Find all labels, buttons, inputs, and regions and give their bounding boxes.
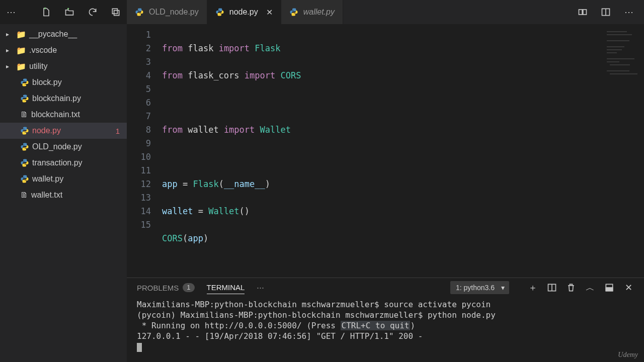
tab-terminal[interactable]: TERMINAL	[207, 283, 245, 294]
tab-wallet[interactable]: wallet.py	[281, 0, 343, 24]
chevron-up-icon[interactable]: ︿	[585, 282, 596, 293]
python-icon	[135, 8, 144, 17]
tab-label: OLD_node.py	[149, 8, 199, 17]
file-wallet-py[interactable]: wallet.py	[0, 171, 127, 187]
editor-tabs: OLD_node.py node.py ✕ wallet.py	[127, 0, 568, 24]
main-area: ▸ 📁 __pycache__ ▸ 📁 .vscode ▸ 📁 utility …	[0, 24, 644, 362]
new-terminal-icon[interactable]: ＋	[527, 282, 538, 293]
chevron-right-icon: ▸	[6, 47, 13, 54]
file-label: block.py	[32, 78, 62, 87]
text-file-icon: 🗎	[20, 110, 28, 119]
folder-utility[interactable]: ▸ 📁 utility	[0, 58, 127, 74]
file-blockchain-txt[interactable]: 🗎 blockchain.txt	[0, 107, 127, 123]
file-label: transaction.py	[32, 158, 83, 167]
tab-label: PROBLEMS	[137, 284, 179, 292]
more-panel-icon[interactable]: ⋯	[257, 283, 264, 292]
trash-icon[interactable]	[566, 282, 577, 293]
terminal-output[interactable]: Maximilians-MBP:python-blockchain mschwa…	[127, 297, 644, 362]
file-label: wallet.py	[32, 174, 63, 184]
file-label: __pycache__	[29, 30, 77, 39]
file-wallet-txt[interactable]: 🗎 wallet.txt	[0, 187, 127, 203]
tab-label: TERMINAL	[207, 283, 245, 292]
python-icon	[20, 158, 29, 167]
problems-count: 1	[183, 283, 194, 292]
split-editor-icon[interactable]	[599, 5, 613, 19]
file-label: wallet.txt	[31, 191, 62, 200]
compare-icon[interactable]	[576, 5, 590, 19]
python-icon	[20, 174, 29, 184]
file-old-node[interactable]: OLD_node.py	[0, 139, 127, 155]
refresh-icon[interactable]	[86, 5, 100, 19]
error-badge: 1	[116, 127, 120, 135]
more-icon[interactable]: ⋯	[4, 5, 18, 19]
file-label: .vscode	[29, 46, 57, 55]
file-node-py[interactable]: node.py 1	[0, 123, 127, 139]
code-content[interactable]: from flask import Flask from flask_cors …	[162, 24, 644, 278]
tab-problems[interactable]: PROBLEMS 1	[137, 283, 195, 292]
collapse-all-icon[interactable]	[109, 5, 123, 19]
tab-node[interactable]: node.py ✕	[207, 0, 281, 24]
python-icon	[289, 8, 298, 17]
code-editor[interactable]: 123456789101112131415 from flask import …	[127, 24, 644, 278]
tab-old-node[interactable]: OLD_node.py	[127, 0, 207, 24]
file-label: blockchain.txt	[31, 110, 80, 119]
more-actions-icon[interactable]: ⋯	[622, 5, 636, 19]
file-transaction[interactable]: transaction.py	[0, 155, 127, 171]
editor-actions: ⋯	[568, 0, 644, 24]
file-block[interactable]: block.py	[0, 74, 127, 90]
file-label: node.py	[32, 126, 61, 135]
svg-rect-9	[606, 288, 612, 291]
chevron-right-icon: ▸	[6, 31, 13, 38]
file-blockchain-py[interactable]: blockchain.py	[0, 90, 127, 107]
python-icon	[20, 126, 29, 135]
svg-rect-2	[579, 10, 583, 15]
python-icon	[20, 78, 29, 87]
folder-pycache[interactable]: ▸ 📁 __pycache__	[0, 26, 127, 42]
bottom-panel: PROBLEMS 1 TERMINAL ⋯ 1: python3.6 ＋	[127, 278, 644, 362]
new-file-icon[interactable]	[39, 5, 53, 19]
minimap[interactable]	[602, 28, 642, 88]
file-explorer[interactable]: ▸ 📁 __pycache__ ▸ 📁 .vscode ▸ 📁 utility …	[0, 24, 127, 362]
panel-tabs: PROBLEMS 1 TERMINAL ⋯ 1: python3.6 ＋	[127, 278, 644, 297]
close-icon[interactable]: ✕	[266, 8, 273, 17]
tab-label: wallet.py	[303, 8, 335, 17]
python-icon	[215, 8, 224, 17]
folder-vscode[interactable]: ▸ 📁 .vscode	[0, 42, 127, 58]
folder-icon: 📁	[16, 30, 26, 39]
text-file-icon: 🗎	[20, 191, 28, 200]
folder-icon: 📁	[16, 62, 26, 71]
svg-rect-0	[112, 9, 117, 14]
title-bar: ⋯ OLD_node.py node.py ✕ wallet.py	[0, 0, 644, 24]
chevron-right-icon: ▸	[6, 63, 13, 70]
python-icon	[20, 94, 29, 103]
watermark: Udemy	[618, 351, 638, 359]
terminal-select[interactable]: 1: python3.6	[450, 281, 509, 294]
file-label: utility	[29, 62, 47, 71]
split-terminal-icon[interactable]	[546, 282, 557, 293]
python-icon	[20, 142, 29, 151]
svg-rect-3	[583, 10, 587, 15]
close-panel-icon[interactable]: ✕	[623, 282, 634, 293]
maximize-panel-icon[interactable]	[604, 282, 615, 293]
editor-area: 123456789101112131415 from flask import …	[127, 24, 644, 362]
file-label: OLD_node.py	[32, 142, 82, 151]
vscode-folder-icon: 📁	[16, 46, 26, 55]
sidebar-toolbar: ⋯	[0, 0, 127, 24]
line-gutter: 123456789101112131415	[127, 24, 162, 278]
svg-rect-1	[114, 11, 119, 16]
file-label: blockchain.py	[32, 94, 81, 103]
new-folder-icon[interactable]	[62, 5, 76, 19]
tab-label: node.py	[229, 8, 258, 17]
